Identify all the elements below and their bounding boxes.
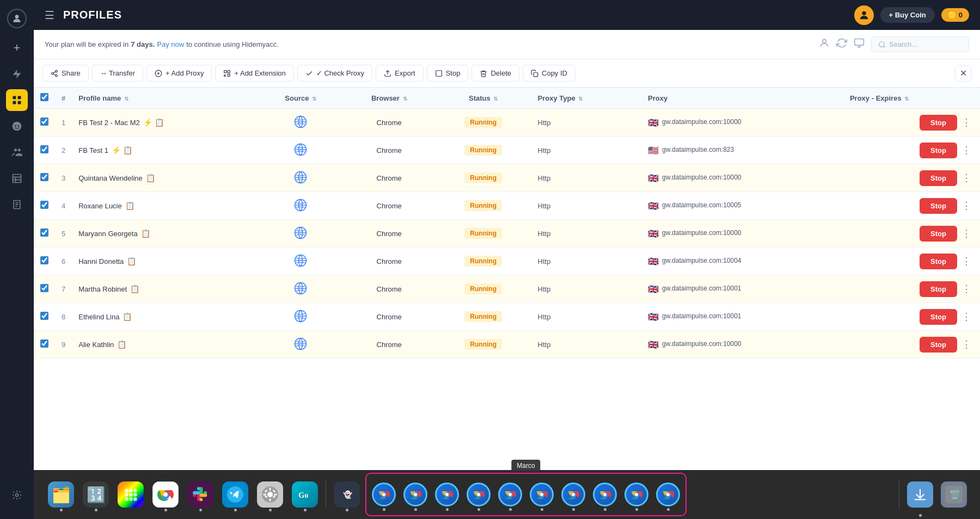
svg-point-71 — [267, 492, 273, 497]
taskbar-app-slack[interactable] — [184, 475, 217, 514]
more-button-3[interactable]: ⋮ — [959, 170, 973, 186]
table-row: 2 FB Test 1 ⚡📋 Chrome Running Http 🇺🇸 gw… — [34, 137, 980, 164]
proxy-flag: 🇬🇧 — [648, 312, 659, 322]
stop-button-1[interactable]: Stop — [920, 115, 957, 131]
taskbar-downloads[interactable] — [905, 476, 935, 513]
taskbar-chrome-2[interactable] — [400, 476, 431, 513]
row-checkbox-5[interactable] — [40, 228, 48, 237]
hidemyacc-icon: 👻 — [334, 481, 360, 508]
status-badge: Running — [464, 172, 502, 183]
proxy-address: gw.dataimpulse.com:823 — [662, 145, 734, 155]
sidebar-item-team[interactable] — [6, 141, 28, 163]
taskbar-chrome-5[interactable] — [495, 476, 525, 513]
taskbar-app-hidemyacc[interactable]: 👻 — [330, 475, 363, 514]
export-button[interactable]: Export — [376, 65, 424, 82]
taskbar-trash[interactable]: 🗑️ — [939, 476, 969, 513]
row-source — [259, 137, 343, 164]
hamburger-icon[interactable]: ☰ — [45, 9, 54, 22]
more-button-9[interactable]: ⋮ — [959, 336, 973, 353]
row-checkbox-8[interactable] — [40, 312, 48, 320]
stop-button-4[interactable]: Stop — [920, 198, 957, 214]
sidebar-item-reddit[interactable] — [6, 115, 28, 137]
profile-icon-btn[interactable] — [819, 38, 830, 51]
taskbar-app-goland[interactable]: Go — [289, 475, 321, 514]
toolbar-close-button[interactable]: ✕ — [955, 65, 971, 82]
row-checkbox-cell — [34, 331, 55, 359]
taskbar-chrome-1[interactable] — [369, 476, 399, 513]
add-extension-button[interactable]: + Add Extension — [215, 65, 293, 82]
taskbar-app-finder[interactable]: 🗂️ — [45, 475, 77, 514]
chrome-dot — [164, 509, 167, 511]
row-num: 2 — [55, 137, 72, 164]
svg-rect-35 — [228, 70, 230, 72]
proxy-address: gw.dataimpulse.com:10004 — [662, 256, 741, 265]
buy-coin-button[interactable]: + Buy Coin — [880, 7, 935, 23]
taskbar-chrome-7[interactable] — [558, 476, 589, 513]
check-proxy-button[interactable]: ✓ Check Proxy — [297, 65, 372, 82]
sidebar-item-grid[interactable] — [6, 89, 28, 111]
sidebar-item-report[interactable] — [6, 194, 28, 215]
sidebar-item-table[interactable] — [6, 168, 28, 189]
taskbar-app-chrome[interactable] — [149, 475, 182, 514]
stop-button-7[interactable]: Stop — [920, 281, 957, 297]
more-button-2[interactable]: ⋮ — [959, 142, 973, 158]
svg-point-27 — [52, 72, 54, 75]
stop-all-button[interactable]: Stop — [427, 65, 469, 82]
svg-rect-64 — [125, 497, 128, 501]
row-checkbox-2[interactable] — [40, 145, 48, 153]
taskbar-app-calculator[interactable]: 🔢 — [79, 475, 112, 514]
hidemyacc-dot — [346, 509, 348, 511]
row-profile-name: Roxane Lucie 📋 — [72, 192, 258, 220]
more-button-8[interactable]: ⋮ — [959, 308, 973, 325]
delete-button[interactable]: Delete — [471, 65, 519, 82]
stop-button-3[interactable]: Stop — [920, 170, 957, 186]
user-avatar[interactable] — [854, 5, 874, 25]
svg-rect-62 — [129, 493, 132, 496]
svg-point-85 — [382, 493, 385, 496]
more-button-6[interactable]: ⋮ — [959, 253, 973, 269]
search-box[interactable]: Search... — [871, 36, 969, 52]
taskbar-chrome-10[interactable] — [653, 476, 683, 513]
stop-button-8[interactable]: Stop — [920, 309, 957, 325]
sidebar-item-settings[interactable] — [6, 484, 28, 506]
stop-button-2[interactable]: Stop — [920, 143, 957, 158]
row-checkbox-4[interactable] — [40, 201, 48, 209]
row-checkbox-3[interactable] — [40, 173, 48, 181]
proxy-address: gw.dataimpulse.com:10000 — [662, 228, 741, 238]
svg-rect-58 — [125, 489, 128, 492]
more-button-4[interactable]: ⋮ — [959, 197, 973, 214]
taskbar-chrome-6[interactable] — [526, 476, 557, 513]
svg-line-29 — [53, 73, 56, 75]
taskbar-chrome-3[interactable] — [432, 476, 462, 513]
share-button[interactable]: Share — [42, 65, 89, 82]
more-button-7[interactable]: ⋮ — [959, 281, 973, 297]
sidebar-item-bolt[interactable] — [6, 63, 28, 85]
row-checkbox-1[interactable] — [40, 118, 48, 126]
row-checkbox-6[interactable] — [40, 256, 48, 264]
sidebar-avatar[interactable] — [7, 9, 27, 28]
taskbar-app-launchpad[interactable] — [114, 475, 147, 514]
stop-button-9[interactable]: Stop — [920, 337, 957, 353]
row-checkbox-9[interactable] — [40, 339, 48, 348]
transfer-button[interactable]: ↔ Transfer — [92, 65, 143, 82]
sidebar-item-add[interactable]: + — [6, 37, 28, 59]
taskbar-app-settings[interactable] — [254, 475, 286, 514]
stop-button-6[interactable]: Stop — [920, 254, 957, 269]
stop-button-5[interactable]: Stop — [920, 226, 957, 242]
screen-icon-btn[interactable] — [854, 38, 865, 51]
proxy-address: gw.dataimpulse.com:10001 — [662, 284, 741, 293]
taskbar-chrome-8[interactable] — [590, 476, 620, 513]
more-button-1[interactable]: ⋮ — [959, 114, 973, 131]
taskbar-app-telegram[interactable] — [219, 475, 252, 514]
row-checkbox-cell — [34, 137, 55, 164]
taskbar-chrome-4[interactable] — [463, 476, 494, 513]
refresh-icon-btn[interactable] — [836, 38, 847, 51]
row-checkbox-7[interactable] — [40, 284, 48, 292]
row-profile-name: Ethelind Lina 📋 — [72, 303, 258, 331]
copy-id-button[interactable]: Copy ID — [523, 65, 575, 82]
more-button-5[interactable]: ⋮ — [959, 225, 973, 242]
taskbar-chrome-9-marco[interactable] — [621, 476, 652, 513]
pay-now-link[interactable]: Pay now — [157, 40, 184, 48]
select-all-checkbox[interactable] — [40, 93, 48, 101]
add-proxy-button[interactable]: + Add Proxy — [146, 65, 212, 82]
